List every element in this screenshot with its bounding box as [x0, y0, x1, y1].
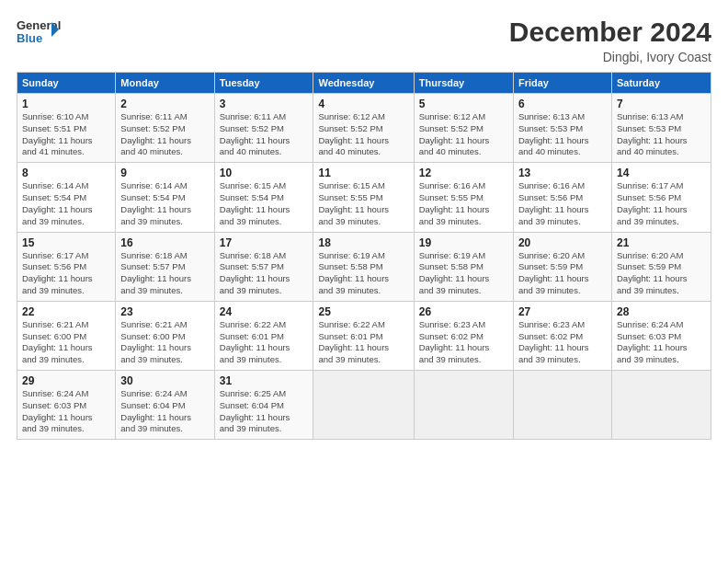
- calendar-cell: 10Sunrise: 6:15 AM Sunset: 5:54 PM Dayli…: [214, 163, 313, 232]
- calendar-cell: 28Sunrise: 6:24 AM Sunset: 6:03 PM Dayli…: [611, 301, 711, 370]
- calendar-cell: 18Sunrise: 6:19 AM Sunset: 5:58 PM Dayli…: [313, 232, 414, 301]
- day-number: 12: [419, 167, 508, 179]
- calendar-cell: 13Sunrise: 6:16 AM Sunset: 5:56 PM Dayli…: [513, 163, 611, 232]
- day-info: Sunrise: 6:21 AM Sunset: 6:00 PM Dayligh…: [22, 319, 110, 366]
- day-number: 22: [22, 305, 110, 318]
- calendar-cell: [313, 371, 414, 440]
- calendar-cell: 22Sunrise: 6:21 AM Sunset: 6:00 PM Dayli…: [17, 301, 116, 370]
- calendar-cell: 16Sunrise: 6:18 AM Sunset: 5:57 PM Dayli…: [116, 232, 214, 301]
- day-number: 31: [220, 374, 309, 387]
- calendar-cell: 7Sunrise: 6:13 AM Sunset: 5:53 PM Daylig…: [611, 94, 711, 163]
- page: GeneralBlue December 2024 Dingbi, Ivory …: [0, 0, 728, 563]
- day-info: Sunrise: 6:10 AM Sunset: 5:51 PM Dayligh…: [22, 111, 110, 158]
- day-info: Sunrise: 6:22 AM Sunset: 6:01 PM Dayligh…: [220, 319, 309, 366]
- col-header-monday: Monday: [116, 73, 214, 94]
- calendar-cell: 15Sunrise: 6:17 AM Sunset: 5:56 PM Dayli…: [17, 232, 116, 301]
- calendar-cell: 12Sunrise: 6:16 AM Sunset: 5:55 PM Dayli…: [414, 163, 513, 232]
- col-header-wednesday: Wednesday: [313, 73, 414, 94]
- day-info: Sunrise: 6:15 AM Sunset: 5:54 PM Dayligh…: [220, 180, 309, 227]
- day-info: Sunrise: 6:23 AM Sunset: 6:02 PM Dayligh…: [518, 319, 607, 366]
- calendar-cell: 1Sunrise: 6:10 AM Sunset: 5:51 PM Daylig…: [17, 94, 116, 163]
- calendar-cell: 14Sunrise: 6:17 AM Sunset: 5:56 PM Dayli…: [611, 163, 711, 232]
- day-info: Sunrise: 6:12 AM Sunset: 5:52 PM Dayligh…: [419, 111, 508, 158]
- day-info: Sunrise: 6:20 AM Sunset: 5:59 PM Dayligh…: [518, 250, 607, 297]
- col-header-friday: Friday: [513, 73, 611, 94]
- day-number: 5: [419, 98, 508, 110]
- day-number: 27: [518, 305, 607, 318]
- header: GeneralBlue December 2024 Dingbi, Ivory …: [17, 17, 711, 64]
- day-info: Sunrise: 6:11 AM Sunset: 5:52 PM Dayligh…: [220, 111, 309, 158]
- day-number: 28: [617, 305, 706, 318]
- day-info: Sunrise: 6:18 AM Sunset: 5:57 PM Dayligh…: [220, 250, 309, 297]
- day-info: Sunrise: 6:13 AM Sunset: 5:53 PM Dayligh…: [617, 111, 706, 158]
- week-row-3: 15Sunrise: 6:17 AM Sunset: 5:56 PM Dayli…: [17, 232, 711, 301]
- day-number: 21: [617, 236, 706, 249]
- calendar-cell: 20Sunrise: 6:20 AM Sunset: 5:59 PM Dayli…: [513, 232, 611, 301]
- col-header-saturday: Saturday: [611, 73, 711, 94]
- calendar-cell: [611, 371, 711, 440]
- day-info: Sunrise: 6:21 AM Sunset: 6:00 PM Dayligh…: [120, 319, 209, 366]
- day-number: 26: [419, 305, 508, 318]
- day-info: Sunrise: 6:19 AM Sunset: 5:58 PM Dayligh…: [318, 250, 408, 297]
- calendar-cell: 11Sunrise: 6:15 AM Sunset: 5:55 PM Dayli…: [313, 163, 414, 232]
- day-number: 6: [518, 98, 607, 110]
- calendar-table: SundayMondayTuesdayWednesdayThursdayFrid…: [17, 72, 711, 440]
- col-header-tuesday: Tuesday: [214, 73, 313, 94]
- day-info: Sunrise: 6:23 AM Sunset: 6:02 PM Dayligh…: [419, 319, 508, 366]
- day-info: Sunrise: 6:12 AM Sunset: 5:52 PM Dayligh…: [318, 111, 408, 158]
- day-number: 14: [617, 167, 706, 179]
- day-number: 20: [518, 236, 607, 249]
- calendar-cell: [414, 371, 513, 440]
- calendar-cell: 19Sunrise: 6:19 AM Sunset: 5:58 PM Dayli…: [414, 232, 513, 301]
- month-title: December 2024: [509, 17, 711, 48]
- day-number: 7: [617, 98, 706, 110]
- day-number: 24: [220, 305, 309, 318]
- col-header-sunday: Sunday: [17, 73, 116, 94]
- day-info: Sunrise: 6:11 AM Sunset: 5:52 PM Dayligh…: [120, 111, 209, 158]
- day-info: Sunrise: 6:14 AM Sunset: 5:54 PM Dayligh…: [120, 180, 209, 227]
- day-info: Sunrise: 6:25 AM Sunset: 6:04 PM Dayligh…: [220, 388, 309, 435]
- day-number: 23: [120, 305, 209, 318]
- calendar-cell: 26Sunrise: 6:23 AM Sunset: 6:02 PM Dayli…: [414, 301, 513, 370]
- calendar-cell: 21Sunrise: 6:20 AM Sunset: 5:59 PM Dayli…: [611, 232, 711, 301]
- day-number: 17: [220, 236, 309, 249]
- day-number: 3: [220, 98, 309, 110]
- week-row-1: 1Sunrise: 6:10 AM Sunset: 5:51 PM Daylig…: [17, 94, 711, 163]
- calendar-cell: [513, 371, 611, 440]
- day-info: Sunrise: 6:14 AM Sunset: 5:54 PM Dayligh…: [22, 180, 110, 227]
- day-info: Sunrise: 6:15 AM Sunset: 5:55 PM Dayligh…: [318, 180, 408, 227]
- calendar-cell: 30Sunrise: 6:24 AM Sunset: 6:04 PM Dayli…: [116, 371, 214, 440]
- calendar-cell: 6Sunrise: 6:13 AM Sunset: 5:53 PM Daylig…: [513, 94, 611, 163]
- day-number: 29: [22, 374, 110, 387]
- location: Dingbi, Ivory Coast: [509, 50, 711, 64]
- day-info: Sunrise: 6:13 AM Sunset: 5:53 PM Dayligh…: [518, 111, 607, 158]
- day-number: 4: [318, 98, 408, 110]
- logo: GeneralBlue: [17, 17, 63, 50]
- day-number: 10: [220, 167, 309, 179]
- calendar-cell: 5Sunrise: 6:12 AM Sunset: 5:52 PM Daylig…: [414, 94, 513, 163]
- day-info: Sunrise: 6:22 AM Sunset: 6:01 PM Dayligh…: [318, 319, 408, 366]
- day-number: 1: [22, 98, 110, 110]
- day-number: 11: [318, 167, 408, 179]
- day-info: Sunrise: 6:19 AM Sunset: 5:58 PM Dayligh…: [419, 250, 508, 297]
- calendar-cell: 24Sunrise: 6:22 AM Sunset: 6:01 PM Dayli…: [214, 301, 313, 370]
- day-number: 30: [120, 374, 209, 387]
- col-header-thursday: Thursday: [414, 73, 513, 94]
- logo-svg: GeneralBlue: [17, 17, 63, 50]
- day-number: 13: [518, 167, 607, 179]
- day-number: 9: [120, 167, 209, 179]
- day-info: Sunrise: 6:18 AM Sunset: 5:57 PM Dayligh…: [120, 250, 209, 297]
- day-info: Sunrise: 6:24 AM Sunset: 6:03 PM Dayligh…: [617, 319, 706, 366]
- week-row-5: 29Sunrise: 6:24 AM Sunset: 6:03 PM Dayli…: [17, 371, 711, 440]
- calendar-cell: 3Sunrise: 6:11 AM Sunset: 5:52 PM Daylig…: [214, 94, 313, 163]
- day-info: Sunrise: 6:24 AM Sunset: 6:03 PM Dayligh…: [22, 388, 110, 435]
- calendar-cell: 31Sunrise: 6:25 AM Sunset: 6:04 PM Dayli…: [214, 371, 313, 440]
- day-number: 19: [419, 236, 508, 249]
- calendar-cell: 4Sunrise: 6:12 AM Sunset: 5:52 PM Daylig…: [313, 94, 414, 163]
- day-info: Sunrise: 6:16 AM Sunset: 5:56 PM Dayligh…: [518, 180, 607, 227]
- day-info: Sunrise: 6:20 AM Sunset: 5:59 PM Dayligh…: [617, 250, 706, 297]
- day-info: Sunrise: 6:17 AM Sunset: 5:56 PM Dayligh…: [22, 250, 110, 297]
- calendar-cell: 17Sunrise: 6:18 AM Sunset: 5:57 PM Dayli…: [214, 232, 313, 301]
- week-row-2: 8Sunrise: 6:14 AM Sunset: 5:54 PM Daylig…: [17, 163, 711, 232]
- calendar-cell: 2Sunrise: 6:11 AM Sunset: 5:52 PM Daylig…: [116, 94, 214, 163]
